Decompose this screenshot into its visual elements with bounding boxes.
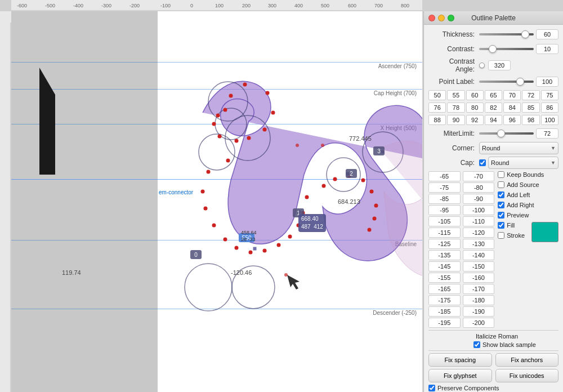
num-n155[interactable]: -155 [428,273,461,283]
num-n125[interactable]: -125 [428,239,461,249]
num-n135[interactable]: -135 [428,250,461,260]
minimize-button[interactable] [438,15,445,21]
close-button[interactable] [428,15,435,21]
stroke-checkbox[interactable] [498,232,504,239]
num-98[interactable]: 98 [522,115,539,125]
num-n180[interactable]: -180 [463,295,495,305]
point-label-slider-thumb[interactable] [516,78,524,86]
num-n85[interactable]: -85 [428,194,461,204]
miter-limit-control[interactable]: 72 [479,128,558,139]
svg-text:-400: -400 [73,3,83,8]
show-black-checkbox[interactable] [473,341,480,348]
num-85[interactable]: 85 [522,103,539,113]
num-60[interactable]: 60 [466,90,484,100]
fill-checkbox[interactable] [498,222,504,229]
contrast-control[interactable]: 10 [479,44,558,54]
contrast-slider-track[interactable] [479,48,534,50]
add-left-checkbox[interactable] [498,191,504,198]
point-label-value[interactable]: 100 [536,77,558,87]
num-n150[interactable]: -150 [463,261,495,271]
num-n90[interactable]: -90 [463,194,495,204]
contrast-value[interactable]: 10 [536,44,558,54]
corner-control[interactable]: Round ▼ [479,142,558,154]
fix-anchors-button[interactable]: Fix anchors [495,353,559,367]
thickness-control[interactable]: 60 [479,29,558,39]
corner-value: Round [482,145,500,152]
add-left-label: Add Left [507,191,530,198]
num-n115[interactable]: -115 [428,228,461,238]
maximize-button[interactable] [448,15,454,21]
preserve-checkbox[interactable] [428,385,435,391]
num-n110[interactable]: -110 [463,216,495,226]
num-76[interactable]: 76 [428,103,446,113]
num-n130[interactable]: -130 [463,239,495,249]
num-n105[interactable]: -105 [428,216,461,226]
num-55[interactable]: 55 [447,90,464,100]
cap-control[interactable]: Round ▼ [479,157,558,169]
miter-limit-value[interactable]: 72 [536,128,558,139]
cap-select[interactable]: Round ▼ [488,157,558,169]
thickness-slider-track[interactable] [479,33,534,35]
num-n120[interactable]: -120 [463,228,495,238]
num-82[interactable]: 82 [485,103,502,113]
thickness-slider-thumb[interactable] [521,30,529,38]
num-75[interactable]: 75 [541,90,558,100]
num-n95[interactable]: -95 [428,205,461,215]
num-n165[interactable]: -165 [428,284,461,294]
num-86[interactable]: 86 [541,103,558,113]
miter-limit-slider-track[interactable] [479,132,534,135]
titlebar-buttons[interactable] [428,15,454,21]
contrast-angle-control[interactable]: 320 [479,60,558,70]
add-source-checkbox[interactable] [498,181,504,188]
contrast-angle-value[interactable]: 320 [488,60,511,70]
num-96[interactable]: 96 [503,115,521,125]
ruler-top: -600 -500 -400 -300 -200 -100 0 100 200 … [11,0,422,11]
svg-text:600: 600 [348,3,356,8]
cap-checkbox[interactable] [479,159,486,166]
preview-checkbox[interactable] [498,212,504,219]
fix-spacing-button[interactable]: Fix spacing [428,353,492,367]
miter-limit-slider-thumb[interactable] [497,130,505,137]
add-right-checkbox[interactable] [498,202,504,208]
num-88[interactable]: 88 [428,115,446,125]
num-n80[interactable]: -80 [463,182,495,193]
contrast-angle-dot[interactable] [479,63,485,68]
num-n195[interactable]: -195 [428,318,461,328]
num-65[interactable]: 65 [485,90,502,100]
point-label-control[interactable]: 100 [479,77,558,87]
num-100[interactable]: 100 [541,115,558,125]
num-n185[interactable]: -185 [428,306,461,317]
num-n70[interactable]: -70 [463,171,495,181]
num-84[interactable]: 84 [503,103,521,113]
num-92[interactable]: 92 [466,115,484,125]
num-90[interactable]: 90 [447,115,464,125]
num-50[interactable]: 50 [428,90,446,100]
svg-point-27 [224,108,227,112]
thickness-value[interactable]: 60 [536,29,558,39]
svg-text:100: 100 [215,3,224,8]
num-n175[interactable]: -175 [428,295,461,305]
point-label-slider-track[interactable] [479,81,534,83]
num-n100[interactable]: -100 [463,205,495,215]
fix-glyphset-button[interactable]: Fix glyphset [428,369,492,382]
fix-unicodes-button[interactable]: Fix unicodes [495,369,559,382]
num-78[interactable]: 78 [447,103,464,113]
num-72[interactable]: 72 [522,90,539,100]
num-n170[interactable]: -170 [463,284,495,294]
contrast-slider-thumb[interactable] [489,45,497,53]
svg-text:-600: -600 [17,3,27,8]
keep-bounds-checkbox[interactable] [498,171,504,178]
num-n190[interactable]: -190 [463,306,495,317]
num-n65[interactable]: -65 [428,171,461,181]
svg-point-43 [235,246,239,250]
num-n145[interactable]: -145 [428,261,461,271]
num-70[interactable]: 70 [503,90,521,100]
num-n160[interactable]: -160 [463,273,495,283]
corner-select[interactable]: Round ▼ [479,142,558,154]
num-n200[interactable]: -200 [463,318,495,328]
num-80[interactable]: 80 [466,103,484,113]
num-n140[interactable]: -140 [463,250,495,260]
color-swatch[interactable] [531,222,558,242]
num-94[interactable]: 94 [485,115,502,125]
num-n75[interactable]: -75 [428,182,461,193]
